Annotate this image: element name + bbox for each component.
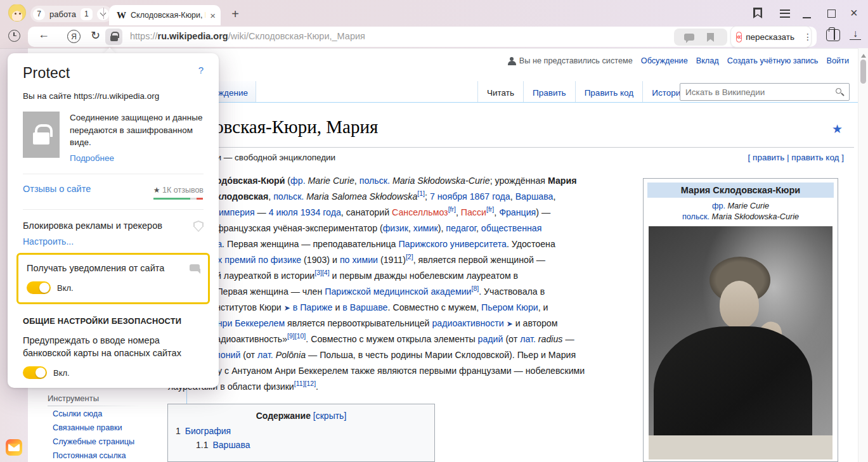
- sidebar-link-whatlinkshere[interactable]: Ссылки сюда: [53, 409, 102, 418]
- text-segment: (1911): [378, 255, 406, 265]
- inline-link[interactable]: радиоактивности: [432, 318, 503, 328]
- toc-item-biography: 1Биография: [176, 426, 434, 436]
- yandex-mail-icon[interactable]: [6, 439, 22, 456]
- inline-link[interactable]: Варшава: [515, 191, 554, 202]
- sidebar-link-permanent[interactable]: Постоянная ссылка: [53, 451, 126, 460]
- inline-link[interactable]: 4 июля 1934 года: [269, 207, 341, 217]
- text-segment: ,: [494, 207, 499, 217]
- sidebar-link-special-pages[interactable]: Служебные страницы: [53, 437, 134, 446]
- text-segment: и первым дважды нобелевским лауреатом в: [330, 271, 519, 281]
- refresh-button[interactable]: ↻: [91, 29, 100, 42]
- protect-lock-button[interactable]: [105, 29, 122, 45]
- inline-link[interactable]: физик: [383, 223, 408, 233]
- reference-link[interactable]: [3][4]: [314, 269, 329, 276]
- view-tabs: Читать Править Править код История: [477, 81, 694, 103]
- inline-link[interactable]: радий: [478, 334, 503, 344]
- bookmarks-panel-icon[interactable]: [753, 8, 762, 18]
- inline-link[interactable]: в Париже: [293, 302, 333, 312]
- shocking-ads-label: Блокировать рекламу с шокирующими или не…: [23, 387, 204, 388]
- search-icon[interactable]: [836, 88, 841, 94]
- active-tab[interactable]: W Склодовская-Кюри, Ма ×: [109, 5, 221, 25]
- tab-edit[interactable]: Править: [523, 81, 575, 103]
- new-tab-button[interactable]: +: [226, 5, 244, 23]
- card-warning-toggle[interactable]: [23, 366, 47, 379]
- inline-link[interactable]: 7 ноября 1867 года: [430, 191, 510, 202]
- personal-link-create-account[interactable]: Создать учётную запись: [727, 56, 819, 65]
- inline-link[interactable]: польск.: [273, 191, 304, 202]
- text-segment: . Участвовала в: [479, 286, 545, 297]
- article-line: деятельница. Первая женщина — преподават…: [168, 236, 585, 252]
- window-maximize-button[interactable]: [827, 10, 836, 18]
- section-edit-links[interactable]: [ править | править код ]: [748, 153, 844, 162]
- reference-link[interactable]: [2]: [406, 253, 413, 260]
- watchlist-star-icon[interactable]: ★: [832, 122, 843, 136]
- window-minimize-button[interactable]: [803, 17, 811, 18]
- inline-link[interactable]: общественная: [481, 223, 542, 233]
- tab-close-icon[interactable]: ×: [210, 10, 216, 21]
- inline-link[interactable]: лат.: [257, 350, 273, 360]
- text-segment: , является первой женщиной —: [413, 255, 545, 265]
- downloads-icon[interactable]: ↓: [850, 28, 861, 40]
- inline-link[interactable]: Пасси: [461, 207, 486, 217]
- reference-link[interactable]: [fr]: [448, 205, 456, 213]
- profile-avatar[interactable]: [8, 4, 26, 22]
- inline-link[interactable]: Пьером Кюри: [481, 302, 538, 312]
- more-details-link[interactable]: Подробнее: [70, 152, 204, 165]
- inline-link[interactable]: педагог: [446, 223, 476, 233]
- inline-link[interactable]: Франция: [499, 207, 536, 217]
- portrait-photo[interactable]: [649, 226, 832, 459]
- history-clock-icon[interactable]: [8, 30, 20, 42]
- yandex-home-button[interactable]: Я: [67, 30, 81, 43]
- infobox-fr-label[interactable]: фр.: [712, 202, 725, 210]
- reference-link[interactable]: [8]: [472, 285, 479, 292]
- inline-link[interactable]: польск.: [360, 176, 390, 186]
- inline-link[interactable]: химик: [413, 223, 438, 233]
- bookmark-icon[interactable]: [707, 33, 714, 42]
- window-close-button[interactable]: ×: [850, 6, 858, 20]
- back-button[interactable]: ←: [38, 28, 49, 41]
- reference-link[interactable]: [1]: [417, 189, 425, 197]
- scrollbar-thumb[interactable]: [860, 60, 866, 84]
- inline-link[interactable]: по химии: [340, 255, 378, 265]
- help-link[interactable]: ?: [198, 65, 204, 75]
- text-segment: , санаторий: [341, 207, 392, 217]
- inline-link[interactable]: Парижского университета: [398, 239, 506, 249]
- scrollbar-up-arrow[interactable]: [861, 51, 866, 58]
- wiki-search-input[interactable]: [685, 86, 828, 98]
- general-security-header: ОБЩИЕ НАСТРОЙКИ БЕЗОПАСНОСТИ: [23, 316, 204, 326]
- tab-group-pill[interactable]: 7 работа 1: [30, 6, 112, 22]
- inline-link[interactable]: фр.: [290, 176, 306, 186]
- url-text[interactable]: https://ru.wikipedia.org/wiki/Склодовска…: [130, 31, 365, 41]
- text-segment: (от: [240, 350, 257, 360]
- tab-read[interactable]: Читать: [477, 81, 523, 103]
- infobox-pl-label[interactable]: польск.: [682, 212, 709, 221]
- page-scrollbar[interactable]: [858, 48, 868, 462]
- toc-hide-link[interactable]: [скрыть]: [313, 411, 346, 421]
- personal-link-talk[interactable]: Обсуждение: [641, 56, 688, 65]
- inline-link[interactable]: Санселльмоз: [392, 207, 448, 217]
- text-segment[interactable]: ➤: [507, 319, 513, 328]
- inline-link[interactable]: лат.: [520, 334, 536, 344]
- portrait-skirt: [649, 435, 832, 459]
- configure-link[interactable]: Настроить...: [23, 236, 204, 247]
- personal-link-login[interactable]: Войти: [826, 56, 849, 65]
- inline-link[interactable]: Парижской медицинской академии: [325, 286, 471, 297]
- retell-menu-icon[interactable]: ⋮: [803, 32, 812, 42]
- text-segment: . Первая женщина — член: [212, 286, 325, 297]
- site-reviews-link[interactable]: Отзывы о сайте: [23, 184, 91, 194]
- reference-link[interactable]: [9][10]: [287, 332, 306, 340]
- personal-link-contribs[interactable]: Вклад: [696, 56, 719, 65]
- reference-link[interactable]: [11][12]: [294, 380, 316, 387]
- sidebar-link-related-changes[interactable]: Связанные правки: [53, 423, 122, 432]
- inline-link[interactable]: в Варшаве: [342, 302, 387, 312]
- menu-icon[interactable]: [780, 10, 790, 18]
- notifications-toggle[interactable]: [27, 281, 51, 294]
- retell-button[interactable]: « пересказать ⋮: [730, 26, 812, 48]
- tab-edit-source[interactable]: Править код: [575, 81, 643, 103]
- comments-icon[interactable]: [684, 34, 694, 41]
- text-segment[interactable]: ➤: [284, 304, 290, 312]
- reference-link[interactable]: [fr]: [486, 205, 494, 213]
- article-line: создании Институтов Кюри ➤ в Париже и в …: [168, 300, 585, 316]
- side-panels-icon[interactable]: [826, 29, 840, 41]
- protect-title: Protect: [23, 65, 70, 82]
